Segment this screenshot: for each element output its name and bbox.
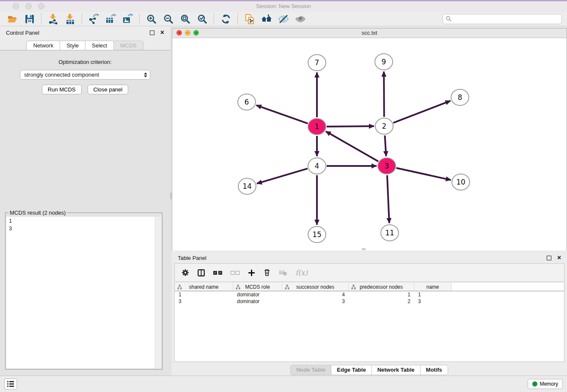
cell-successor-nodes[interactable]: 4: [282, 291, 349, 298]
close-panel-icon[interactable]: ×: [160, 30, 164, 35]
task-history-button[interactable]: [4, 378, 17, 389]
tab-edge-table[interactable]: Edge Table: [331, 365, 372, 375]
graph-node-2[interactable]: 2: [375, 118, 393, 134]
graph-node-15[interactable]: 15: [308, 226, 326, 243]
run-mcds-button[interactable]: Run MCDS: [42, 85, 82, 94]
cell-successor-nodes[interactable]: 3: [282, 298, 349, 305]
column-header-name[interactable]: name: [414, 283, 451, 291]
cell-MCDS-role[interactable]: dominator: [233, 291, 282, 298]
memory-button[interactable]: Memory: [528, 379, 563, 389]
graph-node-14[interactable]: 14: [238, 178, 256, 194]
graph-node-1[interactable]: 1: [308, 119, 326, 135]
cell-predecessor-nodes[interactable]: 1: [349, 291, 414, 298]
save-session-button[interactable]: [21, 13, 38, 25]
graph-node-7[interactable]: 7: [308, 55, 326, 71]
hide-selected-button[interactable]: [275, 13, 292, 25]
mcds-result-box[interactable]: 13: [6, 217, 161, 368]
tab-node-table[interactable]: Node Table: [290, 365, 331, 375]
close-panel-button[interactable]: Close panel: [88, 85, 129, 94]
select-all-columns-button[interactable]: ✓✓: [213, 271, 222, 275]
search-input[interactable]: [454, 15, 559, 22]
float-table-panel-icon[interactable]: [547, 256, 551, 260]
graph-edge-3-10: [396, 168, 451, 180]
column-header-label: shared name: [189, 284, 218, 290]
network-from-selection-button[interactable]: [241, 13, 258, 25]
cell-shared-name[interactable]: 1: [175, 291, 233, 298]
column-header-shared-name[interactable]: shared name: [175, 283, 233, 291]
table-header: shared nameMCDS rolesuccessor nodesprede…: [175, 283, 564, 291]
main-toolbar: [0, 12, 567, 26]
memory-label: Memory: [540, 381, 558, 387]
delete-table-button[interactable]: [279, 270, 287, 276]
column-header-predecessor-nodes[interactable]: predecessor nodes: [349, 283, 414, 291]
first-neighbors-button[interactable]: [258, 13, 275, 25]
zoom-in-icon: [146, 14, 157, 25]
canvas-scrollbar-handle: [362, 248, 366, 250]
network-window-titlebar: × − + scc.txt: [172, 28, 567, 38]
zoom-selected-button[interactable]: [194, 13, 211, 25]
svg-text:1: 1: [315, 122, 319, 131]
result-line: 3: [6, 224, 161, 232]
unchecked-box-icon: [231, 271, 234, 275]
export-table-button[interactable]: [102, 13, 119, 25]
svg-text:15: 15: [312, 230, 322, 239]
cell-MCDS-role[interactable]: dominator: [233, 298, 282, 305]
svg-text:6: 6: [245, 98, 249, 106]
network-view-window: × − + scc.txt 7968124314101511: [172, 28, 567, 251]
delete-column-button[interactable]: [264, 269, 270, 276]
graph-node-10[interactable]: 10: [452, 174, 470, 190]
cell-name[interactable]: 3: [414, 298, 451, 305]
show-all-button[interactable]: [292, 13, 309, 25]
tab-network-table[interactable]: Network Table: [372, 365, 421, 375]
open-session-button[interactable]: [4, 13, 21, 25]
zoom-fit-button[interactable]: [177, 13, 194, 25]
tab-style[interactable]: Style: [60, 41, 85, 51]
function-builder-button[interactable]: f(x): [295, 268, 308, 277]
toolbar-separator: [82, 14, 83, 25]
float-panel-icon[interactable]: [150, 30, 154, 35]
column-header-MCDS-role[interactable]: MCDS role: [233, 283, 282, 291]
zoom-in-button[interactable]: [143, 13, 160, 25]
tab-mcds[interactable]: MCDS: [113, 41, 143, 51]
import-table-button[interactable]: [62, 13, 79, 25]
table-settings-button[interactable]: [182, 269, 189, 276]
graph-node-3[interactable]: 3: [378, 158, 396, 174]
tab-network[interactable]: Network: [26, 41, 60, 51]
zoom-out-button[interactable]: [160, 13, 177, 25]
unselect-all-columns-button[interactable]: [231, 271, 239, 275]
export-table-icon: [105, 14, 116, 25]
fx-icon: f(x): [295, 268, 308, 277]
show-columns-button[interactable]: [198, 269, 205, 276]
column-header-label: name: [426, 284, 439, 290]
export-image-button[interactable]: [119, 13, 136, 25]
table-row[interactable]: 1dominator411: [175, 291, 564, 298]
svg-text:10: 10: [456, 178, 465, 186]
export-network-button[interactable]: [85, 13, 102, 25]
search-field[interactable]: [443, 14, 562, 24]
graph-node-9[interactable]: 9: [375, 54, 393, 70]
import-network-button[interactable]: [45, 13, 62, 25]
graph-node-11[interactable]: 11: [381, 225, 399, 241]
graph-node-6[interactable]: 6: [238, 94, 256, 110]
graph-node-4[interactable]: 4: [308, 158, 326, 174]
create-column-button[interactable]: [248, 269, 255, 276]
result-scrollbar[interactable]: [155, 217, 161, 368]
node-table[interactable]: shared nameMCDS rolesuccessor nodesprede…: [174, 283, 564, 362]
tab-motifs[interactable]: Motifs: [420, 365, 448, 375]
table-row[interactable]: 3dominator323: [175, 298, 564, 305]
refresh-button[interactable]: [217, 13, 234, 25]
column-header-successor-nodes[interactable]: successor nodes: [282, 283, 349, 291]
cell-name[interactable]: 1: [414, 291, 451, 298]
eye-icon: [295, 14, 306, 25]
close-table-panel-icon[interactable]: ×: [557, 256, 561, 260]
tab-select[interactable]: Select: [85, 41, 114, 51]
network-from-selection-icon: [244, 14, 255, 25]
import-table-icon: [65, 14, 76, 25]
cell-predecessor-nodes[interactable]: 2: [349, 298, 414, 305]
criterion-select[interactable]: strongly connected component: [20, 70, 150, 80]
network-canvas[interactable]: 7968124314101511: [172, 38, 567, 251]
cell-shared-name[interactable]: 3: [175, 298, 233, 305]
graph-node-8[interactable]: 8: [451, 89, 469, 105]
gear-icon: [182, 269, 189, 276]
attribute-tree-icon: [177, 284, 182, 290]
